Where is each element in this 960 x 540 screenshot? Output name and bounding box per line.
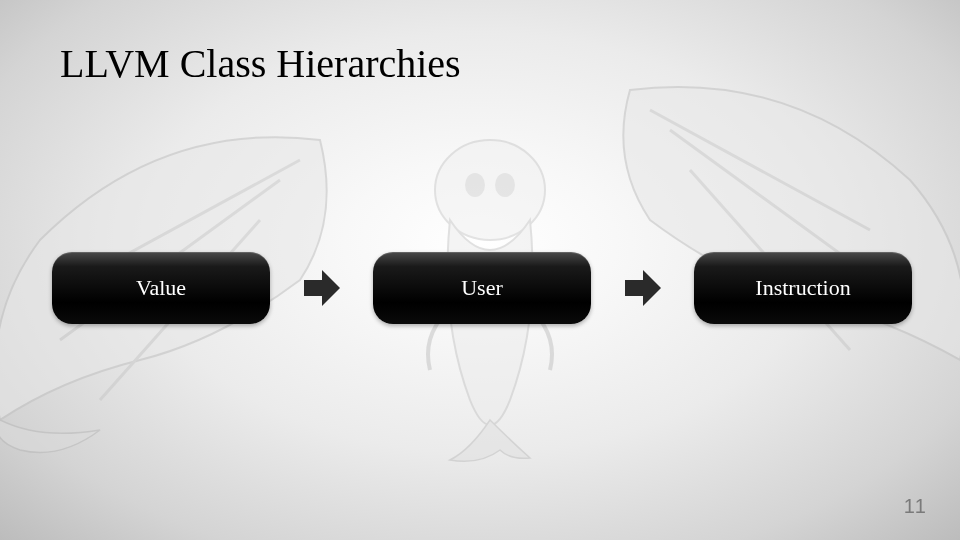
- arrow-icon: [621, 266, 665, 310]
- svg-point-1: [465, 173, 485, 197]
- node-instruction: Instruction: [694, 252, 912, 324]
- node-user-label: User: [461, 275, 503, 301]
- node-value-label: Value: [136, 275, 186, 301]
- node-instruction-label: Instruction: [755, 275, 850, 301]
- dragon-wing-right-decoration: [590, 60, 960, 420]
- svg-point-2: [495, 173, 515, 197]
- page-number: 11: [904, 495, 926, 518]
- slide-title: LLVM Class Hierarchies: [60, 40, 461, 87]
- arrow-icon: [300, 266, 344, 310]
- node-user: User: [373, 252, 591, 324]
- node-value: Value: [52, 252, 270, 324]
- class-hierarchy-diagram: Value User Instruction: [52, 252, 912, 324]
